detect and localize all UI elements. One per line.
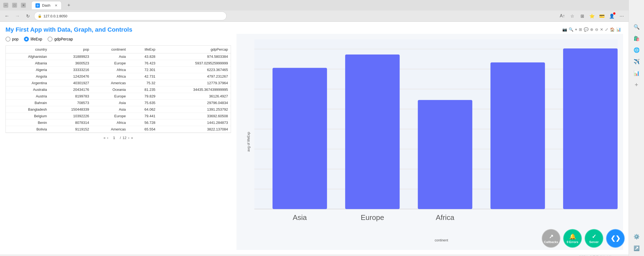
- table-cell: 34435.367439999995: [158, 86, 231, 93]
- table-cell: 12779.37964: [158, 80, 231, 86]
- table-row[interactable]: Austria8199783Europe79.82936126.4927: [6, 93, 231, 100]
- total-pages: 12: [123, 136, 126, 140]
- radio-group: pop lifeExp gdpPercap: [5, 37, 231, 42]
- refresh-button[interactable]: ↻: [24, 12, 32, 20]
- table-row[interactable]: Algeria33333216Africa72.3016223.367465: [6, 67, 231, 73]
- table-row[interactable]: Angola12420476Africa42.7314797.231267: [6, 73, 231, 80]
- ext-search-icon[interactable]: 🔍: [632, 22, 642, 32]
- ext-shop-icon[interactable]: 🛍️: [632, 34, 642, 43]
- table-row[interactable]: Afghanistan31889923Asia43.828974.5803384: [6, 53, 231, 60]
- table-cell: 6223.367465: [158, 67, 231, 73]
- table-cell: Europe: [92, 60, 129, 67]
- table-cell: 64.062: [128, 106, 158, 113]
- radio-pop[interactable]: pop: [5, 37, 18, 42]
- col-country: country: [6, 46, 50, 53]
- close-button[interactable]: ✕: [21, 3, 26, 8]
- favorites-icon[interactable]: ☆: [568, 12, 576, 20]
- address-url: 127.0.0.1:8050: [43, 14, 67, 18]
- ext-plane-icon[interactable]: ✈️: [632, 57, 642, 67]
- zoom-out-icon[interactable]: ⊖: [595, 27, 598, 32]
- table-row[interactable]: Albania3600523Europe76.4235937.029525999…: [6, 60, 231, 67]
- chart-container: avg of lifeExp continent 0 10 20 30: [236, 34, 623, 250]
- box-select-icon[interactable]: ⊞: [579, 27, 582, 32]
- table-cell: Americas: [92, 80, 129, 86]
- next-page-button[interactable]: ›: [128, 136, 129, 140]
- table-cell: 9119152: [50, 126, 92, 133]
- table-cell: Africa: [92, 67, 129, 73]
- radio-lifeExp-circle[interactable]: [24, 37, 29, 42]
- ext-feedback-icon[interactable]: ↗️: [632, 243, 642, 253]
- maximize-button[interactable]: □: [12, 3, 17, 8]
- radio-gdpPercap[interactable]: gdpPercap: [48, 37, 73, 42]
- lasso-icon[interactable]: 💬: [584, 27, 588, 32]
- ext-globe-icon[interactable]: 🌐: [632, 45, 642, 55]
- collections-icon[interactable]: ⭐: [588, 12, 596, 20]
- watermark: CSDN @爱看书的小孩: [0, 254, 629, 256]
- floating-buttons: ↗ Callbacks 🔔 0 Errors ✓ Server ❮❯: [542, 229, 625, 248]
- table-row[interactable]: Australia20434176Oceania81.23534435.3674…: [6, 86, 231, 93]
- tab-close-icon[interactable]: ✕: [55, 4, 57, 7]
- radio-gdpPercap-label: gdpPercap: [54, 37, 73, 41]
- reader-view-icon[interactable]: A↑: [558, 12, 566, 20]
- table-row[interactable]: Benin8078314Africa56.7281441.284873: [6, 119, 231, 126]
- ext-settings-icon[interactable]: ⚙️: [632, 232, 642, 242]
- table-row[interactable]: Bolivia9119152Americas65.5543822.137084: [6, 126, 231, 133]
- errors-button[interactable]: 🔔 0 Errors: [563, 229, 582, 248]
- col-gdpPercap: gdpPercap: [158, 46, 231, 53]
- reset-axes-icon[interactable]: ✕: [600, 27, 603, 32]
- add-tab-button[interactable]: +: [65, 1, 73, 9]
- plotly-icon[interactable]: 📊: [616, 27, 621, 32]
- zoom-in-icon[interactable]: +: [575, 27, 577, 32]
- table-row[interactable]: Belgium10392226Europe79.44133692.60508: [6, 113, 231, 119]
- zoom-icon[interactable]: 🔍: [569, 27, 573, 32]
- radio-gdpPercap-circle[interactable]: [48, 37, 53, 42]
- table-cell: 43.828: [128, 53, 158, 60]
- last-page-button[interactable]: »: [131, 136, 133, 140]
- profile-icon[interactable]: 👤: [608, 12, 616, 20]
- table-cell: Albania: [6, 60, 50, 67]
- table-cell: 8199783: [50, 93, 92, 100]
- table-cell: 4797.231267: [158, 73, 231, 80]
- ext-add-icon[interactable]: +: [632, 80, 642, 90]
- minimize-button[interactable]: ─: [3, 3, 8, 8]
- errors-icon: 🔔: [569, 233, 576, 240]
- tab-favicon: D: [35, 3, 40, 8]
- home-icon[interactable]: 🏠: [610, 27, 615, 32]
- table-cell: 79.441: [128, 113, 158, 119]
- zoom-in-2-icon[interactable]: ⊕: [590, 27, 593, 32]
- bar-oceania: [563, 48, 618, 209]
- active-tab[interactable]: D Dash ✕: [31, 1, 62, 9]
- svg-text:Africa: Africa: [436, 213, 455, 222]
- radio-lifeExp[interactable]: lifeExp: [24, 37, 42, 42]
- table-row[interactable]: Argentina40301927Americas75.3212779.3796…: [6, 80, 231, 86]
- radio-pop-circle[interactable]: [5, 37, 10, 42]
- callbacks-button[interactable]: ↗ Callbacks: [542, 229, 560, 248]
- table-cell: 5937.029525999999: [158, 60, 231, 67]
- nav-button[interactable]: ❮❯: [606, 229, 625, 248]
- address-bar[interactable]: 🔒 127.0.0.1:8050: [34, 12, 227, 20]
- table-cell: Europe: [92, 93, 129, 100]
- camera-icon[interactable]: 📷: [562, 27, 567, 32]
- table-cell: Americas: [92, 126, 129, 133]
- svg-text:Asia: Asia: [293, 213, 307, 222]
- table-cell: 3600523: [50, 60, 92, 67]
- auto-scale-icon[interactable]: ⤢: [605, 27, 608, 32]
- more-options-icon[interactable]: ⋯: [618, 12, 626, 20]
- first-page-button[interactable]: «: [103, 136, 105, 140]
- table-cell: 42.731: [128, 73, 158, 80]
- col-lifeExp: lifeExp: [128, 46, 158, 53]
- split-view-icon[interactable]: ⊞: [578, 12, 586, 20]
- forward-button[interactable]: →: [13, 12, 21, 20]
- server-button[interactable]: ✓ Server: [585, 229, 603, 248]
- page-separator: /: [120, 136, 121, 140]
- ext-chart-icon[interactable]: 📊: [632, 68, 642, 78]
- prev-page-button[interactable]: ‹: [107, 136, 108, 140]
- wallet-icon[interactable]: 💳: [598, 12, 606, 20]
- table-cell: Asia: [92, 100, 129, 106]
- table-row[interactable]: Bangladesh150448339Asia64.0621391.253792: [6, 106, 231, 113]
- table-row[interactable]: Bahrain708573Asia75.63529796.04834: [6, 100, 231, 106]
- page-number-input[interactable]: [110, 136, 118, 140]
- table-cell: Algeria: [6, 67, 50, 73]
- table-cell: 31889923: [50, 53, 92, 60]
- back-button[interactable]: ←: [3, 12, 11, 20]
